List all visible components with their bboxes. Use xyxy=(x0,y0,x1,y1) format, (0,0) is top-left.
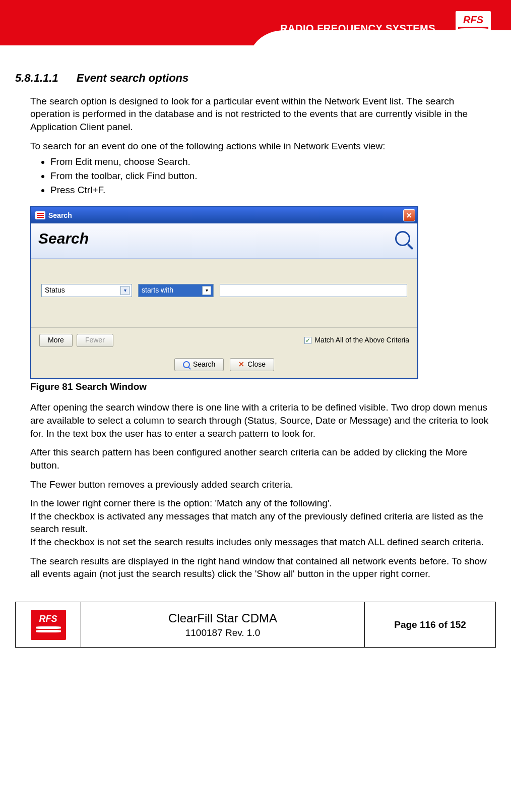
paragraph: After opening the search window there is… xyxy=(30,401,491,440)
match-all-label: Match All of the Above Criteria xyxy=(314,335,409,345)
bullet-item: Press Ctrl+F. xyxy=(50,184,491,197)
paragraph-intro: The search option is designed to look fo… xyxy=(30,95,491,134)
search-heading: Search xyxy=(38,228,89,249)
checkbox-icon[interactable]: ✓ xyxy=(304,337,311,344)
section-title: Event search options xyxy=(77,72,189,84)
page-number: Page 116 of 152 xyxy=(394,619,466,630)
close-icon[interactable]: ✕ xyxy=(403,209,415,221)
bullet-list: From Edit menu, choose Search. From the … xyxy=(50,155,491,196)
field-dropdown[interactable]: Status ▾ xyxy=(41,284,132,297)
search-text-input[interactable] xyxy=(220,284,407,297)
header-swoop xyxy=(249,30,511,61)
search-button[interactable]: Search xyxy=(174,358,224,371)
search-header-panel: Search xyxy=(31,223,417,259)
window-title-bar[interactable]: Search ✕ xyxy=(31,207,417,223)
condition-dropdown-value: starts with xyxy=(142,285,202,295)
condition-dropdown[interactable]: starts with ▾ xyxy=(138,284,214,297)
bullet-item: From Edit menu, choose Search. xyxy=(50,155,491,168)
footer-page-cell: Page 116 of 152 xyxy=(365,602,496,648)
footer-doc-title: ClearFill Star CDMA xyxy=(168,611,277,625)
close-button[interactable]: ✕ Close xyxy=(230,358,274,371)
logo-text: RFS xyxy=(463,14,483,26)
criteria-controls-row: More Fewer ✓ Match All of the Above Crit… xyxy=(31,327,417,353)
window-app-icon xyxy=(35,211,45,219)
criteria-row: Status ▾ starts with ▾ xyxy=(31,259,417,327)
dialog-action-row: Search ✕ Close xyxy=(31,353,417,378)
chevron-down-icon[interactable]: ▾ xyxy=(202,286,211,295)
section-number: 5.8.1.1.1 xyxy=(15,72,58,84)
paragraph: The Fewer button removes a previously ad… xyxy=(30,478,491,491)
bullet-item: From the toolbar, click Find button. xyxy=(50,169,491,183)
rfs-logo-icon: RFS xyxy=(31,610,66,640)
paragraph: In the lower right corner there is the o… xyxy=(30,497,491,549)
more-button[interactable]: More xyxy=(39,334,73,347)
logo-waves-icon xyxy=(36,625,61,635)
footer-title-cell: ClearFill Star CDMA 1100187 Rev. 1.0 xyxy=(81,602,365,648)
paragraph: After this search pattern has been confi… xyxy=(30,446,491,472)
footer-logo-cell: RFS xyxy=(16,602,81,648)
page-footer: RFS ClearFill Star CDMA 1100187 Rev. 1.0… xyxy=(15,602,496,648)
chevron-down-icon[interactable]: ▾ xyxy=(120,286,130,295)
page-header: RADIO FREQUENCY SYSTEMS RFS xyxy=(0,0,511,55)
section-heading: 5.8.1.1.1 Event search options xyxy=(15,71,491,86)
document-body: 5.8.1.1.1 Event search options The searc… xyxy=(0,55,511,592)
close-button-label: Close xyxy=(247,360,266,369)
window-title: Search xyxy=(48,211,403,220)
paragraph-howto: To search for an event do one of the fol… xyxy=(30,140,491,153)
logo-text: RFS xyxy=(39,614,57,624)
paragraph: The search results are displayed in the … xyxy=(30,555,491,581)
search-window-figure: Search ✕ Search Status ▾ starts with ▾ M… xyxy=(30,206,418,379)
magnifier-icon xyxy=(395,231,410,246)
match-all-checkbox[interactable]: ✓ Match All of the Above Criteria xyxy=(304,335,409,345)
figure-caption: Figure 81 Search Window xyxy=(30,380,491,393)
close-icon: ✕ xyxy=(238,360,244,369)
fewer-button[interactable]: Fewer xyxy=(77,334,113,347)
footer-doc-rev: 1100187 Rev. 1.0 xyxy=(81,627,364,639)
search-button-label: Search xyxy=(193,360,215,369)
field-dropdown-value: Status xyxy=(45,285,120,295)
search-icon xyxy=(183,361,190,368)
